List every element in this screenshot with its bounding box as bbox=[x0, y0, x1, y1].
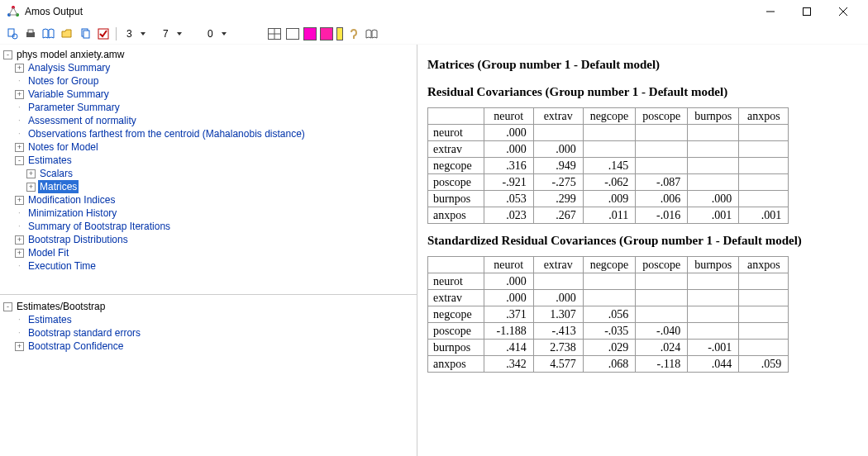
maximize-button[interactable] bbox=[789, 0, 825, 23]
tree-item[interactable]: +Modification Indices bbox=[3, 193, 413, 207]
tree-item-label[interactable]: Notes for Model bbox=[26, 140, 100, 154]
row-header: poscope bbox=[428, 174, 484, 191]
table-cell: .000 bbox=[688, 191, 739, 207]
tree-item[interactable]: ·Bootstrap standard errors bbox=[3, 326, 413, 340]
tree-item[interactable]: ·Minimization History bbox=[3, 207, 413, 220]
tree-item[interactable]: ·Estimates bbox=[3, 313, 413, 326]
row-header: burnpos bbox=[428, 340, 484, 356]
tree-item-label[interactable]: Bootstrap Distributions bbox=[26, 233, 130, 246]
expand-icon[interactable]: + bbox=[15, 143, 24, 152]
print-icon[interactable] bbox=[23, 26, 38, 41]
tree-item-label[interactable]: Analysis Summary bbox=[26, 61, 112, 74]
table-cell bbox=[688, 125, 739, 141]
tree-item[interactable]: +Analysis Summary bbox=[3, 61, 413, 74]
tree-item[interactable]: ·Execution Time bbox=[3, 259, 413, 273]
tree-item[interactable]: +Variable Summary bbox=[3, 88, 413, 101]
collapse-icon[interactable]: - bbox=[3, 302, 12, 311]
book-icon[interactable] bbox=[41, 26, 56, 41]
column-header: neurot bbox=[484, 257, 533, 273]
table-cell: .342 bbox=[484, 356, 533, 373]
table-cell: -.016 bbox=[636, 207, 688, 224]
svg-rect-13 bbox=[28, 30, 33, 33]
close-button[interactable] bbox=[825, 0, 861, 23]
tree-item-label[interactable]: Scalars bbox=[38, 167, 74, 180]
table-cell bbox=[739, 125, 789, 141]
tree-item-label[interactable]: Variable Summary bbox=[26, 88, 111, 101]
collapse-icon[interactable]: - bbox=[3, 50, 12, 59]
tree-item-label[interactable]: Modification Indices bbox=[26, 193, 117, 207]
tree-item-label[interactable]: Execution Time bbox=[26, 259, 98, 273]
table-cell bbox=[739, 174, 789, 191]
expand-icon[interactable]: + bbox=[15, 249, 24, 258]
row-header: poscope bbox=[428, 323, 484, 340]
expand-icon[interactable]: + bbox=[15, 64, 24, 73]
open-icon[interactable] bbox=[60, 26, 74, 41]
tree-item[interactable]: ·Summary of Bootstrap Iterations bbox=[3, 220, 413, 233]
table-cell: .068 bbox=[583, 356, 636, 373]
table-cell: .949 bbox=[533, 158, 583, 174]
expand-icon[interactable]: + bbox=[26, 169, 36, 178]
tree-item[interactable]: ·Assessment of normality bbox=[3, 114, 413, 127]
tree-item[interactable]: -Estimates/Bootstrap bbox=[3, 300, 413, 313]
tree-item[interactable]: -Estimates bbox=[3, 154, 413, 167]
tree-item-label[interactable]: Estimates/Bootstrap bbox=[15, 300, 107, 313]
column-header: extrav bbox=[533, 257, 583, 273]
table-cell bbox=[636, 141, 688, 158]
print-preview-icon[interactable] bbox=[5, 26, 20, 41]
tree-item-label[interactable]: Parameter Summary bbox=[26, 101, 122, 114]
full-width-icon[interactable] bbox=[267, 26, 282, 41]
color-swatch-magenta[interactable] bbox=[303, 27, 317, 40]
tree-item[interactable]: ·Observations farthest from the centroid… bbox=[3, 127, 413, 140]
expand-icon[interactable]: + bbox=[26, 183, 36, 192]
expand-icon[interactable]: + bbox=[15, 90, 24, 99]
tree-item[interactable]: +Notes for Model bbox=[3, 140, 413, 154]
table-cell bbox=[739, 323, 789, 340]
tree-item-label[interactable]: Summary of Bootstrap Iterations bbox=[26, 220, 172, 233]
color-swatch-pink[interactable] bbox=[320, 27, 333, 40]
expand-icon[interactable]: + bbox=[15, 235, 24, 245]
tree-item[interactable]: ·Parameter Summary bbox=[3, 101, 413, 114]
tree-item[interactable]: +Matrices bbox=[3, 180, 413, 193]
combo-3[interactable]: 0 bbox=[203, 26, 244, 42]
page-title: Matrices (Group number 1 - Default model… bbox=[427, 58, 858, 72]
collapse-icon[interactable]: - bbox=[15, 156, 24, 165]
tree-item[interactable]: +Bootstrap Confidence bbox=[3, 340, 413, 353]
options-icon[interactable] bbox=[96, 26, 111, 41]
row-header: negcope bbox=[428, 306, 484, 323]
tree-item-label[interactable]: Matrices bbox=[38, 180, 79, 193]
window-icon[interactable] bbox=[285, 26, 300, 41]
tree-item[interactable]: ·Notes for Group bbox=[3, 74, 413, 88]
tree-item[interactable]: +Bootstrap Distributions bbox=[3, 233, 413, 246]
tree-item-label[interactable]: Bootstrap Confidence bbox=[26, 340, 125, 353]
toolbar: 3 7 0 bbox=[0, 23, 868, 45]
row-header: negcope bbox=[428, 158, 484, 174]
tree-item[interactable]: +Model Fit bbox=[3, 246, 413, 259]
book-open-icon[interactable] bbox=[365, 26, 379, 41]
tree-item-label[interactable]: Estimates bbox=[26, 313, 74, 326]
copy-icon[interactable] bbox=[78, 26, 93, 41]
color-swatch-yellow[interactable] bbox=[336, 27, 343, 40]
nav-tree[interactable]: -phys model anxiety.amw+Analysis Summary… bbox=[0, 45, 417, 274]
tree-item[interactable]: +Scalars bbox=[3, 167, 413, 180]
estimates-tree[interactable]: -Estimates/Bootstrap·Estimates·Bootstrap… bbox=[0, 294, 417, 354]
minimize-button[interactable] bbox=[752, 0, 789, 23]
table-cell: .000 bbox=[484, 125, 533, 141]
column-header: extrav bbox=[533, 108, 583, 125]
combo-2[interactable]: 7 bbox=[158, 26, 199, 42]
tree-item-label[interactable]: Notes for Group bbox=[26, 74, 100, 88]
tree-item-label[interactable]: phys model anxiety.amw bbox=[15, 48, 126, 61]
tree-item-label[interactable]: Assessment of normality bbox=[26, 114, 138, 127]
combo-1[interactable]: 3 bbox=[122, 26, 155, 42]
tree-item-label[interactable]: Bootstrap standard errors bbox=[26, 326, 142, 340]
table-cell: .011 bbox=[583, 207, 636, 224]
tree-item-label[interactable]: Estimates bbox=[26, 154, 74, 167]
tree-item-label[interactable]: Observations farthest from the centroid … bbox=[26, 127, 307, 140]
titlebar: Amos Output bbox=[0, 0, 868, 23]
tree-item[interactable]: -phys model anxiety.amw bbox=[3, 48, 413, 61]
expand-icon[interactable]: + bbox=[15, 196, 24, 205]
info-icon[interactable] bbox=[346, 26, 361, 41]
tree-item-label[interactable]: Model Fit bbox=[26, 246, 70, 259]
chevron-down-icon bbox=[177, 32, 182, 36]
tree-item-label[interactable]: Minimization History bbox=[26, 207, 118, 220]
expand-icon[interactable]: + bbox=[15, 342, 24, 351]
